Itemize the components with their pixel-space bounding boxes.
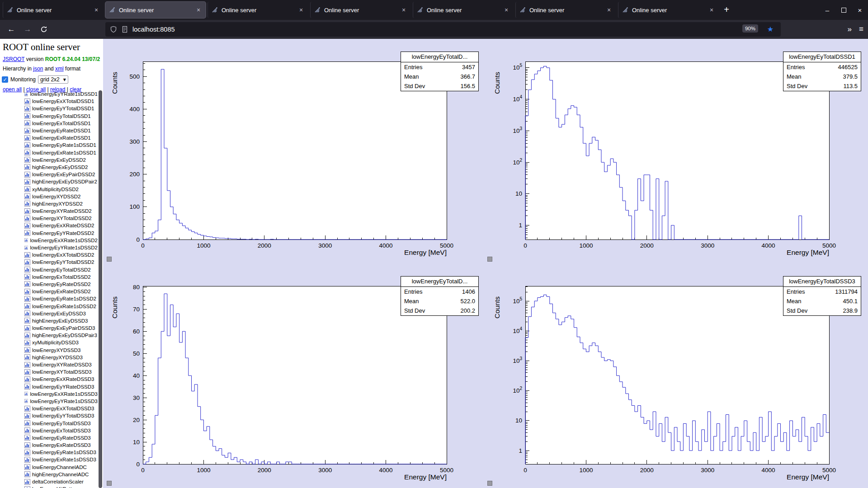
tab-close-button[interactable]: × bbox=[400, 6, 407, 14]
hierarchy-item[interactable]: lowEnergyEyYRateDSSD2 bbox=[0, 230, 98, 237]
tab-online-server[interactable]: Online server× bbox=[515, 2, 616, 18]
new-tab-button[interactable]: + bbox=[720, 4, 733, 16]
tab-online-server[interactable]: Online server× bbox=[105, 2, 206, 18]
hierarchy-item[interactable]: lowEnergyXYRateDSSD2 bbox=[0, 207, 98, 215]
hierarchy-item[interactable]: highEnergyExEyDSSDPair3 bbox=[0, 332, 98, 339]
site-info-icon[interactable] bbox=[122, 26, 128, 33]
overflow-menu-button[interactable]: » bbox=[848, 25, 852, 34]
hierarchy-item[interactable]: lowEnergyExEyPairDSSD3 bbox=[0, 324, 98, 332]
hierarchy-item[interactable]: lowEnergyEyRate1sDSSD2 bbox=[0, 295, 98, 302]
hierarchy-item[interactable]: lowEnergyXYRateDSSD3 bbox=[0, 361, 98, 368]
hierarchy-item[interactable]: lowEnergyEyRateDSSD3 bbox=[0, 434, 98, 441]
forward-button[interactable]: → bbox=[21, 22, 34, 37]
tab-close-button[interactable]: × bbox=[503, 6, 510, 14]
monitoring-checkbox[interactable]: ✓ bbox=[2, 76, 8, 83]
hierarchy-item[interactable]: xyMultiplicityDSSD3 bbox=[0, 339, 98, 346]
hierarchy-item[interactable]: lowEnergyXYTotalDSSD3 bbox=[0, 368, 98, 375]
hierarchy-item[interactable]: lowEnergyExRateDSSD2 bbox=[0, 288, 98, 295]
histogram-panel-3[interactable]: 01000200030004000500001020304050607080En… bbox=[103, 263, 486, 488]
tab-close-button[interactable]: × bbox=[605, 6, 613, 14]
tab-close-button[interactable]: × bbox=[708, 6, 715, 14]
tab-close-button[interactable]: × bbox=[93, 6, 100, 14]
tab-online-server[interactable]: Online server× bbox=[618, 2, 719, 18]
hierarchy-item[interactable]: lowEnergyXYTotalDSSD2 bbox=[0, 215, 98, 222]
hierarchy-item[interactable]: lowEnergyExXRateDSSD2 bbox=[0, 222, 98, 229]
stats-box[interactable]: lowEnergyEyTotalDSSD3Entries1311794Mean4… bbox=[783, 276, 861, 316]
hierarchy-item[interactable]: lowEnergyExXTotalDSSD1 bbox=[0, 98, 98, 105]
hierarchy-item[interactable]: lowEnergyExRate1sDSSD1 bbox=[0, 149, 98, 156]
tab-close-button[interactable]: × bbox=[195, 6, 202, 14]
hierarchy-item[interactable]: lowEnergyExEyDSSD3 bbox=[0, 310, 98, 317]
splitter-handle[interactable] bbox=[487, 481, 492, 486]
hierarchy-item[interactable]: lowEnergyEyRate1sDSSD1 bbox=[0, 141, 98, 149]
sidebar-scrollbar[interactable] bbox=[99, 90, 102, 488]
hierarchy-item[interactable]: lowEnergyExRate1sDSSD3 bbox=[0, 456, 98, 463]
hierarchy-item[interactable]: lowEnergyEyYTotalDSSD1 bbox=[0, 105, 98, 112]
reload-button[interactable] bbox=[37, 22, 51, 37]
hierarchy-item[interactable]: lowEnergyEyYRateDSSD3 bbox=[0, 383, 98, 390]
hierarchy-item[interactable]: lowEnergyEyYRate1sDSSD1 bbox=[0, 90, 98, 98]
hierarchy-item[interactable]: lowEnergyEyRateDSSD2 bbox=[0, 281, 98, 288]
hierarchy-item[interactable]: lowEnergyExXRateDSSD3 bbox=[0, 375, 98, 383]
tab-online-server[interactable]: Online server× bbox=[3, 2, 104, 18]
histogram-panel-2[interactable]: 010002000300040005000110102103104105Ener… bbox=[486, 39, 868, 263]
layout-select[interactable]: grid 2x2▾ bbox=[38, 75, 68, 84]
zoom-level-button[interactable]: 90% bbox=[742, 24, 758, 33]
json-link[interactable]: json bbox=[33, 66, 43, 72]
hierarchy-item[interactable]: lowEnergyExXTotalDSSD3 bbox=[0, 405, 98, 412]
hierarchy-item[interactable]: lowEnergyExTotalDSSD1 bbox=[0, 120, 98, 127]
hierarchy-item[interactable]: lowEnergyExTotalDSSD2 bbox=[0, 273, 98, 281]
hierarchy-item[interactable]: highEnergyExEyDSSD2 bbox=[0, 164, 98, 171]
hierarchy-item[interactable]: lowEnergyEyYRate1sDSSD3 bbox=[0, 398, 98, 405]
hierarchy-item[interactable]: lowEnergyExXRate1sDSSD2 bbox=[0, 237, 98, 244]
hierarchy-item[interactable]: lowEnergyExRateDSSD3 bbox=[0, 441, 98, 449]
hierarchy-item[interactable]: lowEnergyExRateDSSD1 bbox=[0, 134, 98, 141]
hierarchy-item[interactable]: deltaCorrelationScaler bbox=[0, 478, 98, 485]
hierarchy-item[interactable]: lowEnergyHitPattern bbox=[0, 485, 98, 488]
tab-close-button[interactable]: × bbox=[297, 6, 305, 14]
hierarchy-item[interactable]: lowEnergyEyRate1sDSSD3 bbox=[0, 449, 98, 456]
url-text[interactable]: localhost:8085 bbox=[132, 26, 781, 33]
hierarchy-item[interactable]: lowEnergyEyTotalDSSD1 bbox=[0, 113, 98, 120]
hierarchy-item[interactable]: highEnergyExEyDSSDPair2 bbox=[0, 178, 98, 185]
address-bar[interactable]: localhost:8085 90% ★ bbox=[105, 22, 781, 37]
jsroot-link[interactable]: JSROOT bbox=[3, 56, 24, 62]
splitter-handle[interactable] bbox=[107, 257, 112, 262]
hierarchy-item[interactable]: lowEnergyExEyDSSD2 bbox=[0, 156, 98, 164]
hierarchy-item[interactable]: highEnergyXYDSSD2 bbox=[0, 200, 98, 207]
tab-online-server[interactable]: Online server× bbox=[310, 2, 411, 18]
stats-box[interactable]: lowEnergyEyTotalD...Entries3457Mean366.7… bbox=[401, 52, 479, 91]
bookmark-star-icon[interactable]: ★ bbox=[767, 25, 774, 33]
hierarchy-item[interactable]: lowEnergyXYDSSD3 bbox=[0, 347, 98, 354]
histogram-panel-4[interactable]: 010002000300040005000110102103104105Ener… bbox=[486, 263, 868, 488]
back-button[interactable]: ← bbox=[5, 22, 18, 37]
hierarchy-item[interactable]: highEnergyExEyDSSD3 bbox=[0, 317, 98, 324]
hierarchy-item[interactable]: lowEnergyExEyPairDSSD2 bbox=[0, 171, 98, 178]
hierarchy-item[interactable]: lowEnergyExXTotalDSSD2 bbox=[0, 251, 98, 258]
hierarchy-item[interactable]: lowEnergyXYDSSD2 bbox=[0, 193, 98, 200]
hierarchy-item[interactable]: lowEnergyExXRate1sDSSD3 bbox=[0, 390, 98, 398]
hierarchy-item[interactable]: lowEnergyChannelADC bbox=[0, 464, 98, 471]
hierarchy-item[interactable]: lowEnergyExTotalDSSD3 bbox=[0, 427, 98, 434]
tracking-shield-icon[interactable] bbox=[110, 26, 117, 33]
hierarchy-item[interactable]: lowEnergyEyTotalDSSD3 bbox=[0, 419, 98, 427]
splitter-handle[interactable] bbox=[107, 481, 112, 486]
stats-box[interactable]: lowEnergyEyTotalD...Entries1406Mean522.0… bbox=[401, 276, 479, 316]
window-minimize-button[interactable]: – bbox=[819, 0, 835, 20]
hierarchy-item[interactable]: lowEnergyEyTotalDSSD2 bbox=[0, 266, 98, 273]
hierarchy-item[interactable]: lowEnergyEyYTotalDSSD2 bbox=[0, 258, 98, 266]
window-close-button[interactable]: × bbox=[852, 0, 868, 20]
splitter-handle[interactable] bbox=[487, 257, 492, 262]
tab-online-server[interactable]: Online server× bbox=[413, 2, 514, 18]
hierarchy-item[interactable]: lowEnergyEyRateDSSD1 bbox=[0, 127, 98, 134]
tab-online-server[interactable]: Online server× bbox=[208, 2, 308, 18]
stats-box[interactable]: lowEnergyEyTotalDSSD1Entries446525Mean37… bbox=[783, 52, 861, 91]
xml-link[interactable]: xml bbox=[55, 66, 64, 72]
app-menu-button[interactable]: ≡ bbox=[859, 25, 863, 34]
hierarchy-item[interactable]: highEnergyXYDSSD3 bbox=[0, 354, 98, 361]
hierarchy-item[interactable]: xyMultiplicityDSSD2 bbox=[0, 185, 98, 192]
hierarchy-item[interactable]: lowEnergyEyYRate1sDSSD2 bbox=[0, 244, 98, 251]
window-maximize-button[interactable] bbox=[835, 0, 852, 20]
hierarchy-item[interactable]: highEnergyChannelADC bbox=[0, 471, 98, 478]
hierarchy-item[interactable]: lowEnergyEyYTotalDSSD3 bbox=[0, 412, 98, 419]
